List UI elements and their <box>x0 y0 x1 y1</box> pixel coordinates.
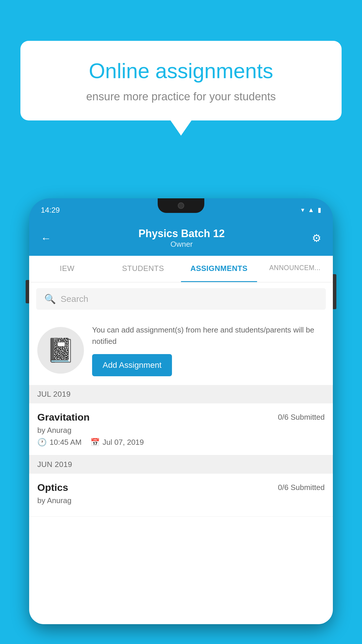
info-card: 📓 You can add assignment(s) from here an… <box>29 316 333 385</box>
tab-announcements[interactable]: ANNOUNCEM... <box>257 256 333 282</box>
speech-bubble: Online assignments ensure more practice … <box>20 41 342 120</box>
status-time: 14:29 <box>41 206 60 215</box>
assignment-top-row-optics: Optics 0/6 Submitted <box>37 482 325 493</box>
clock-icon: 🕐 <box>37 438 47 447</box>
phone-notch <box>158 198 204 213</box>
header-title: Physics Batch 12 <box>138 228 225 240</box>
phone-frame: 14:29 ▾ ▲ ▮ ← Physics Batch 12 Owner ⚙ <box>29 198 333 624</box>
phone-inner: 14:29 ▾ ▲ ▮ ← Physics Batch 12 Owner ⚙ <box>29 198 333 624</box>
month-header-jul: JUL 2019 <box>29 385 333 403</box>
calendar-icon: 📅 <box>90 438 100 447</box>
assignment-date-value: Jul 07, 2019 <box>103 438 144 447</box>
speech-bubble-subtitle: ensure more practice for your students <box>41 90 321 103</box>
speech-bubble-container: Online assignments ensure more practice … <box>20 41 342 136</box>
speech-bubble-tail <box>171 120 191 136</box>
header-center: Physics Batch 12 Owner <box>138 228 225 249</box>
status-icons: ▾ ▲ ▮ <box>301 206 321 214</box>
phone-volume-button <box>26 280 29 303</box>
tabs-container: IEW STUDENTS ASSIGNMENTS ANNOUNCEM... <box>29 256 333 282</box>
signal-icon: ▲ <box>308 206 314 214</box>
header-subtitle: Owner <box>138 240 225 249</box>
info-text-area: You can add assignment(s) from here and … <box>92 324 325 376</box>
assignment-time-value: 10:45 AM <box>50 438 82 447</box>
wifi-icon: ▾ <box>301 206 304 214</box>
search-icon: 🔍 <box>44 293 56 304</box>
assignment-item-optics[interactable]: Optics 0/6 Submitted by Anurag <box>29 474 333 517</box>
app-header: ← Physics Batch 12 Owner ⚙ <box>29 222 333 256</box>
info-description: You can add assignment(s) from here and … <box>92 324 325 347</box>
month-label-jul: JUL 2019 <box>37 390 71 398</box>
screen-content: 🔍 Search 📓 You can add assignment(s) fro… <box>29 282 333 624</box>
status-bar: 14:29 ▾ ▲ ▮ <box>29 198 333 222</box>
assignment-time: 🕐 10:45 AM <box>37 438 82 447</box>
tab-students[interactable]: STUDENTS <box>105 256 181 282</box>
speech-bubble-title: Online assignments <box>41 58 321 83</box>
add-assignment-button[interactable]: Add Assignment <box>92 354 172 376</box>
assignment-date: 📅 Jul 07, 2019 <box>90 438 144 447</box>
back-button[interactable]: ← <box>41 232 51 244</box>
assignment-name-gravitation: Gravitation <box>37 412 89 423</box>
tab-iew[interactable]: IEW <box>29 256 105 282</box>
assignment-by-optics: by Anurag <box>37 496 325 505</box>
search-placeholder: Search <box>61 294 88 304</box>
phone-camera <box>178 202 184 209</box>
assignment-by-gravitation: by Anurag <box>37 426 325 435</box>
assignment-name-optics: Optics <box>37 482 68 493</box>
settings-button[interactable]: ⚙ <box>312 232 321 244</box>
assignment-icon-circle: 📓 <box>37 327 84 374</box>
search-bar-container: 🔍 Search <box>29 282 333 316</box>
month-label-jun: JUN 2019 <box>37 460 72 469</box>
assignment-item-gravitation[interactable]: Gravitation 0/6 Submitted by Anurag 🕐 10… <box>29 403 333 455</box>
assignment-submitted-optics: 0/6 Submitted <box>278 483 325 492</box>
phone-power-button <box>333 274 336 309</box>
month-header-jun: JUN 2019 <box>29 455 333 474</box>
assignment-notebook-icon: 📓 <box>46 337 75 364</box>
battery-icon: ▮ <box>318 206 321 214</box>
phone-container: 14:29 ▾ ▲ ▮ ← Physics Batch 12 Owner ⚙ <box>29 198 333 644</box>
assignment-top-row: Gravitation 0/6 Submitted <box>37 412 325 423</box>
assignment-submitted-gravitation: 0/6 Submitted <box>278 413 325 422</box>
tab-assignments[interactable]: ASSIGNMENTS <box>181 256 257 282</box>
assignment-meta-gravitation: 🕐 10:45 AM 📅 Jul 07, 2019 <box>37 438 325 447</box>
search-bar[interactable]: 🔍 Search <box>36 288 326 310</box>
